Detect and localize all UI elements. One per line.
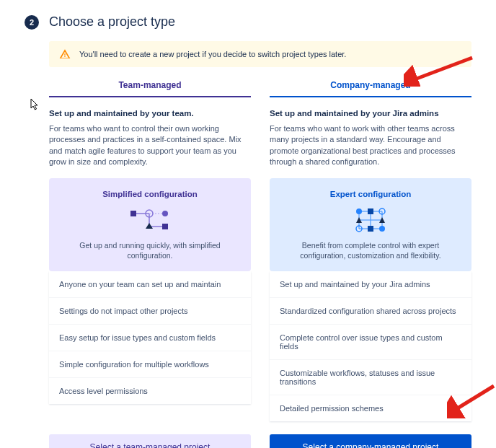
- team-feature-list: Anyone on your team can set up and maint…: [49, 271, 251, 404]
- info-banner: You'll need to create a new project if y…: [49, 41, 471, 67]
- list-item: Settings do not impact other projects: [49, 298, 251, 325]
- company-heading: Set up and maintained by your Jira admin…: [270, 109, 471, 118]
- column-team: Set up and maintained by your team. For …: [49, 109, 251, 421]
- svg-rect-20: [368, 226, 373, 232]
- company-feature-list: Set up and maintained by your Jira admin…: [270, 271, 471, 421]
- list-item: Standardized configuration shared across…: [270, 298, 471, 325]
- select-company-managed-button[interactable]: Select a company-managed project: [270, 434, 471, 448]
- team-config-title: Simplified configuration: [59, 190, 241, 198]
- company-description: For teams who want to work with other te…: [270, 123, 471, 168]
- svg-point-6: [162, 211, 168, 216]
- team-config-icon: [59, 206, 241, 234]
- company-config-icon: [280, 206, 461, 234]
- tab-company-managed[interactable]: Company-managed: [270, 80, 471, 97]
- team-config-subtitle: Get up and running quickly, with simplif…: [59, 240, 241, 261]
- svg-point-18: [379, 226, 385, 232]
- list-item: Anyone on your team can set up and maint…: [49, 271, 251, 298]
- list-item: Detailed permission schemes: [270, 395, 471, 421]
- list-item: Access level permissions: [49, 378, 251, 404]
- team-config-card: Simplified configuration Get up and: [49, 178, 251, 271]
- tab-team-managed[interactable]: Team-managed: [49, 80, 251, 97]
- list-item: Set up and maintained by your Jira admin…: [270, 271, 471, 298]
- svg-rect-8: [162, 224, 168, 229]
- warning-icon: [59, 48, 71, 60]
- page-title: Choose a project type: [49, 14, 175, 30]
- team-description: For teams who want to control their own …: [49, 123, 251, 168]
- company-config-title: Expert configuration: [280, 190, 461, 198]
- list-item: Customizable workflows, statuses and iss…: [270, 360, 471, 395]
- list-item: Simple configuration for multiple workfl…: [49, 351, 251, 378]
- tabs: Team-managed Company-managed: [49, 80, 471, 97]
- step-number-badge: 2: [25, 15, 39, 30]
- svg-marker-7: [146, 223, 153, 229]
- svg-rect-4: [130, 211, 136, 216]
- select-team-managed-button[interactable]: Select a team-managed project: [49, 434, 251, 448]
- list-item: Complete control over issue types and cu…: [270, 325, 471, 360]
- svg-point-15: [356, 208, 362, 214]
- company-config-card: Expert configuration: [270, 178, 471, 271]
- svg-rect-19: [368, 208, 373, 214]
- company-config-subtitle: Benefit from complete control with exper…: [280, 240, 461, 261]
- list-item: Easy setup for issue types and custom fi…: [49, 325, 251, 351]
- step-header: 2 Choose a project type: [25, 14, 471, 30]
- team-heading: Set up and maintained by your team.: [49, 109, 251, 118]
- banner-text: You'll need to create a new project if y…: [79, 50, 346, 58]
- column-company: Set up and maintained by your Jira admin…: [270, 109, 471, 421]
